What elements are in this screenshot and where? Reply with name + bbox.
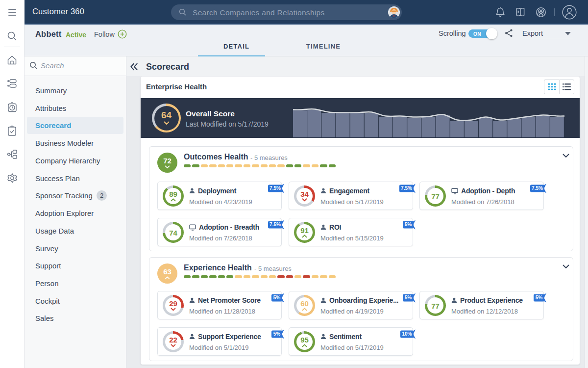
svg-text:7.5%: 7.5% (270, 185, 281, 191)
svg-text:5%: 5% (405, 222, 412, 227)
svg-text:5%: 5% (405, 295, 412, 300)
svg-text:5%: 5% (273, 331, 281, 337)
svg-text:10%: 10% (402, 331, 412, 337)
svg-text:7.5%: 7.5% (532, 185, 543, 191)
svg-text:5%: 5% (536, 295, 543, 300)
svg-text:7.5%: 7.5% (401, 185, 412, 191)
svg-text:5%: 5% (273, 295, 281, 300)
svg-text:7.5%: 7.5% (270, 222, 281, 227)
